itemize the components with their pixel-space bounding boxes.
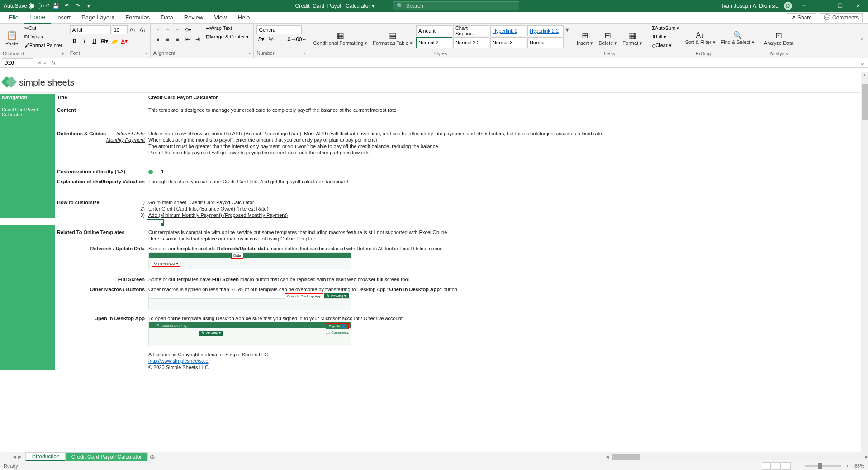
tab-view[interactable]: View	[209, 12, 232, 24]
style-hyperlink22[interactable]: Hyperlink 2 2	[527, 25, 564, 36]
styles-more-icon[interactable]: ▾	[565, 25, 569, 34]
format-as-table-button[interactable]: ▤Format as Table ▾	[371, 25, 414, 51]
search-box[interactable]: 🔍 Search	[393, 1, 519, 10]
align-top-icon[interactable]: ≡	[153, 25, 162, 34]
name-box[interactable]	[2, 58, 33, 67]
style-hyperlink2[interactable]: Hyperlink 2	[490, 25, 526, 36]
sheet-nav-next-icon[interactable]: ▶	[18, 454, 22, 459]
style-normal22[interactable]: Normal 2 2	[453, 37, 489, 48]
copy-button[interactable]: ⧉Copy ▾	[23, 34, 64, 42]
wrap-text-button[interactable]: ↩Wrap Text	[204, 25, 251, 34]
increase-indent-icon[interactable]: ⇥	[193, 35, 202, 44]
expand-formula-icon[interactable]: ⌄	[857, 58, 868, 67]
qat-customize-icon[interactable]: ▾	[85, 2, 92, 10]
align-middle-icon[interactable]: ≡	[163, 25, 172, 34]
selected-cell[interactable]	[147, 219, 164, 225]
clear-button[interactable]: ◇Clear ▾	[650, 43, 681, 51]
format-cells-button[interactable]: ▦Format ▾	[621, 25, 644, 51]
comma-icon[interactable]: ,	[276, 35, 285, 44]
style-chart-separa[interactable]: Chart Separa...	[453, 25, 489, 36]
number-format-select[interactable]	[256, 25, 302, 34]
underline-button[interactable]: U	[90, 37, 99, 46]
share-button[interactable]: ↗ Share	[787, 13, 816, 22]
tab-insert[interactable]: Insert	[51, 12, 76, 24]
increase-font-icon[interactable]: A↑	[128, 25, 138, 34]
tab-page-layout[interactable]: Page Layout	[76, 12, 120, 24]
autosave-toggle[interactable]: AutoSave Off	[4, 3, 49, 9]
undo-icon[interactable]: ↶	[63, 2, 71, 10]
paste-button[interactable]: 📋 Paste	[3, 25, 21, 51]
view-page-layout-icon[interactable]	[772, 462, 781, 470]
merge-center-button[interactable]: ⊞Merge & Center ▾	[204, 34, 251, 42]
save-icon[interactable]: 💾	[52, 2, 60, 10]
decrease-indent-icon[interactable]: ⇤	[183, 35, 192, 44]
sheet-tab-introduction[interactable]: Introduction	[25, 452, 66, 461]
font-color-button[interactable]: A▾	[120, 37, 129, 46]
document-title[interactable]: Credit_Card_Payoff_Calculator ▾	[295, 3, 374, 9]
copyright-link[interactable]: http://www.simplesheets.co	[148, 358, 209, 364]
view-normal-icon[interactable]	[762, 462, 771, 470]
align-bottom-icon[interactable]: ≡	[173, 25, 182, 34]
decrease-font-icon[interactable]: A↓	[138, 25, 147, 34]
cut-button[interactable]: ✂Cut	[23, 25, 64, 34]
style-normal3[interactable]: Normal 3	[490, 37, 526, 48]
nav-link-calculator[interactable]: Credit Card Payoff Calculator	[2, 107, 53, 117]
find-select-button[interactable]: 🔍Find & Select ▾	[719, 25, 756, 51]
tab-file[interactable]: File	[4, 12, 24, 24]
zoom-slider[interactable]	[805, 465, 841, 467]
italic-button[interactable]: I	[80, 37, 89, 46]
explanation-label: Explanation of sheet:	[57, 179, 107, 184]
maximize-icon[interactable]: ❐	[834, 0, 846, 12]
align-center-icon[interactable]: ≡	[163, 35, 172, 44]
currency-icon[interactable]: $▾	[256, 35, 266, 44]
sheet-nav-prev-icon[interactable]: ◀	[13, 454, 16, 459]
spreadsheet-grid[interactable]: simple sheets Navigation Title Credit Ca…	[0, 72, 868, 452]
sort-filter-button[interactable]: A↓Sort & Filter ▾	[683, 25, 717, 51]
tab-review[interactable]: Review	[179, 12, 209, 24]
delete-cells-button[interactable]: ⊟Delete ▾	[597, 25, 619, 51]
cancel-formula-icon[interactable]: ✕	[37, 60, 42, 66]
bold-button[interactable]: B	[70, 37, 79, 46]
ribbon-display-icon[interactable]: ▭	[797, 0, 810, 12]
vertical-scrollbar[interactable]: ▴	[861, 72, 868, 452]
zoom-in-icon[interactable]: +	[846, 463, 849, 469]
conditional-formatting-button[interactable]: ▦Conditional Formatting ▾	[311, 25, 369, 51]
username[interactable]: Ivan Joseph A. Dionisio	[722, 3, 778, 9]
fx-icon[interactable]: fx	[50, 60, 57, 66]
style-normal[interactable]: Normal	[527, 37, 564, 48]
font-name-select[interactable]	[70, 25, 111, 34]
font-size-select[interactable]	[112, 25, 128, 34]
decrease-decimal-icon[interactable]: .00←	[296, 35, 305, 44]
style-amount[interactable]: Amount	[416, 25, 452, 36]
orientation-icon[interactable]: ⟲▾	[183, 25, 192, 34]
insert-cells-button[interactable]: ⊞Insert ▾	[575, 25, 595, 51]
close-icon[interactable]: ✕	[852, 0, 864, 12]
zoom-out-icon[interactable]: −	[796, 463, 799, 469]
redo-icon[interactable]: ↷	[74, 2, 81, 10]
percent-icon[interactable]: %	[266, 35, 275, 44]
minimize-icon[interactable]: ─	[816, 0, 828, 12]
align-left-icon[interactable]: ≡	[153, 35, 162, 44]
fill-button[interactable]: ⬇Fill ▾	[650, 34, 681, 42]
enter-formula-icon[interactable]: ✓	[43, 60, 48, 66]
formula-input[interactable]	[57, 60, 857, 66]
tab-home[interactable]: Home	[24, 12, 51, 24]
fill-color-button[interactable]: ◢▾	[110, 37, 119, 46]
horizontal-scrollbar[interactable]: ◀ ▶	[606, 453, 868, 460]
format-painter-button[interactable]: 🖌Format Painter	[23, 43, 64, 51]
sheet-tab-calculator[interactable]: Credit Card Payoff Calculator	[66, 452, 148, 461]
add-sheet-button[interactable]: ⊕	[148, 452, 157, 461]
user-avatar[interactable]: IJ	[784, 2, 792, 10]
analyze-data-button[interactable]: ⊡Analyze Data	[762, 25, 795, 51]
tab-formulas[interactable]: Formulas	[120, 12, 155, 24]
tab-data[interactable]: Data	[155, 12, 178, 24]
tab-help[interactable]: Help	[232, 12, 255, 24]
border-button[interactable]: ⊞▾	[100, 37, 109, 46]
autosum-button[interactable]: ΣAutoSum ▾	[650, 25, 681, 34]
view-page-break-icon[interactable]	[782, 462, 791, 470]
collapse-ribbon-icon[interactable]: ⌃	[856, 24, 868, 58]
comments-button[interactable]: 💬 Comments	[820, 13, 863, 22]
zoom-level[interactable]: 85%	[854, 463, 864, 469]
style-normal2[interactable]: Normal 2	[416, 37, 452, 48]
align-right-icon[interactable]: ≡	[173, 35, 182, 44]
